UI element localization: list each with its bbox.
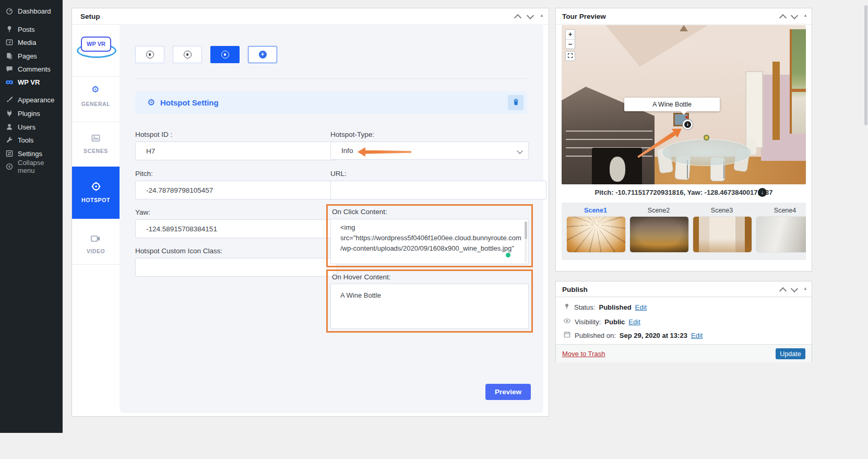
user-icon — [5, 123, 14, 131]
sidebar-item-tools[interactable]: Tools — [0, 133, 63, 147]
dashboard-icon — [5, 7, 14, 15]
sidebar-item-label: Users — [18, 123, 35, 131]
hotspot-select-button-3-active[interactable] — [210, 46, 240, 63]
hotspot-select-button-1[interactable] — [135, 46, 164, 63]
chevron-down-icon[interactable] — [527, 12, 534, 19]
scroll-down-button[interactable]: ↓ — [758, 188, 767, 197]
url-label: URL: — [330, 170, 347, 178]
setup-panel-title: Setup — [80, 13, 100, 20]
sidebar-item-label: Dashboard — [18, 7, 51, 15]
scrollbar-thumb[interactable] — [864, 5, 867, 125]
on-hover-textarea[interactable]: A Wine Bottle — [330, 284, 529, 329]
add-hotspot-button[interactable]: + — [248, 46, 277, 63]
update-button[interactable]: Update — [776, 348, 805, 359]
on-click-content: <img src="https://wordpress5f0406f1e00ee… — [331, 219, 529, 257]
sidebar-item-appearance[interactable]: Appearance — [0, 93, 63, 107]
video-camera-icon — [90, 233, 101, 245]
url-input[interactable] — [330, 181, 546, 199]
wp-admin-screen: Dashboard Posts Media Pages Comments WP … — [0, 0, 868, 459]
sidebar-item-collapse-menu[interactable]: Collapse menu — [0, 160, 63, 173]
window-scrollbar[interactable] — [864, 0, 868, 459]
divider — [72, 264, 120, 265]
preview-button[interactable]: Preview — [485, 384, 531, 400]
hotspot-id-label: Hotspot ID : — [135, 131, 172, 138]
publish-panel: Publish ▲ Status: Published Edit Visibil… — [555, 281, 812, 362]
sidebar-item-label: Settings — [18, 150, 42, 158]
info-hotspot[interactable]: i — [682, 119, 693, 130]
tab-video[interactable]: VIDEO — [72, 219, 120, 264]
hotspot-select-button-2[interactable] — [173, 46, 202, 63]
target-icon — [184, 51, 192, 58]
sidebar-item-label: Collapse menu — [18, 159, 63, 174]
zoom-out-button[interactable]: − — [566, 40, 575, 49]
hotspot-setting-header: ⚙ Hotspot Setting — [135, 91, 527, 114]
divider — [556, 297, 812, 297]
scene-tab-2[interactable]: Scene2 — [629, 207, 688, 214]
sidebar-item-wpvr[interactable]: WP VR — [0, 75, 63, 89]
vr-goggles-icon — [5, 78, 14, 86]
hotspot-setting-title: Hotspot Setting — [160, 98, 219, 107]
scene-thumbnail-3[interactable] — [693, 216, 752, 253]
sidebar-item-media[interactable]: Media — [0, 36, 63, 49]
sidebar-item-dashboard[interactable]: Dashboard — [0, 4, 63, 18]
tab-scenes[interactable]: SCENES — [72, 122, 120, 167]
sort-handle-icon[interactable]: ▲ — [540, 14, 544, 18]
admin-sidebar: Dashboard Posts Media Pages Comments WP … — [0, 0, 63, 433]
visibility-label: Visibility: — [575, 318, 601, 326]
pitch-input[interactable] — [135, 181, 337, 199]
textarea-scrollbar[interactable] — [525, 221, 527, 263]
plug-icon — [5, 109, 14, 117]
publish-panel-title: Publish — [562, 286, 588, 293]
eye-icon — [563, 317, 571, 326]
collapse-arrow-icon — [5, 162, 14, 171]
pano-glass-table — [662, 139, 752, 166]
scene-tab-1[interactable]: Scene1 — [566, 207, 625, 214]
chevron-down-icon[interactable] — [791, 285, 798, 292]
fullscreen-button[interactable] — [565, 51, 575, 61]
edit-visibility-link[interactable]: Edit — [628, 318, 640, 326]
scene-thumbnail-1[interactable] — [566, 216, 626, 253]
plus-circle-icon: + — [259, 51, 267, 58]
sidebar-item-comments[interactable]: Comments — [0, 62, 63, 76]
scene-thumbnail-2[interactable] — [629, 216, 689, 253]
target-icon — [221, 51, 229, 58]
sliders-icon — [5, 149, 14, 158]
yaw-label: Yaw: — [135, 208, 150, 216]
hotspot-id-input[interactable] — [135, 142, 337, 160]
edit-status-link[interactable]: Edit — [635, 303, 647, 311]
sidebar-item-pages[interactable]: Pages — [0, 49, 63, 63]
tab-hotspot[interactable]: HOTSPOT — [72, 167, 120, 219]
sidebar-item-plugins[interactable]: Plugins — [0, 107, 63, 120]
pano-zoom-controls: + − — [565, 29, 575, 49]
chevron-up-icon[interactable] — [779, 287, 787, 295]
move-to-trash-link[interactable]: Move to Trash — [562, 350, 605, 358]
sidebar-item-posts[interactable]: Posts — [0, 22, 63, 36]
chevron-up-icon[interactable] — [779, 14, 787, 21]
sort-handle-icon[interactable]: ▲ — [803, 287, 807, 291]
scene-thumbnail-4[interactable] — [756, 216, 806, 253]
arrow-head — [358, 147, 365, 157]
on-hover-content: A Wine Bottle — [331, 284, 529, 304]
on-click-textarea[interactable]: <img src="https://wordpress5f0406f1e00ee… — [330, 219, 529, 264]
chevron-up-icon[interactable] — [514, 14, 521, 21]
chevron-down-icon[interactable] — [791, 12, 798, 19]
icon-class-input[interactable] — [135, 258, 337, 277]
sort-handle-icon[interactable]: ▲ — [803, 14, 807, 18]
delete-hotspot-button[interactable] — [508, 95, 524, 110]
yaw-input[interactable] — [135, 219, 337, 238]
logo-text: WP VR — [81, 37, 111, 52]
status-row: Status: Published Edit — [563, 303, 647, 312]
sidebar-item-label: Pages — [18, 52, 37, 60]
down-arrow-icon: ↓ — [761, 190, 764, 195]
info-icon: i — [684, 121, 691, 128]
zoom-in-button[interactable]: + — [566, 30, 575, 40]
edit-date-link[interactable]: Edit — [691, 332, 703, 339]
textarea-scrollbar-thumb[interactable] — [525, 221, 527, 239]
scene-tab-3[interactable]: Scene3 — [693, 207, 751, 214]
pitch-label: Pitch: — [135, 170, 153, 178]
on-click-label: On Click Content: — [332, 208, 387, 216]
sidebar-item-users[interactable]: Users — [0, 120, 63, 134]
scene-tab-4[interactable]: Scene4 — [756, 207, 806, 214]
panorama-viewer[interactable]: + − A Wine Bottle i — [562, 25, 806, 184]
calendar-icon — [563, 331, 571, 340]
